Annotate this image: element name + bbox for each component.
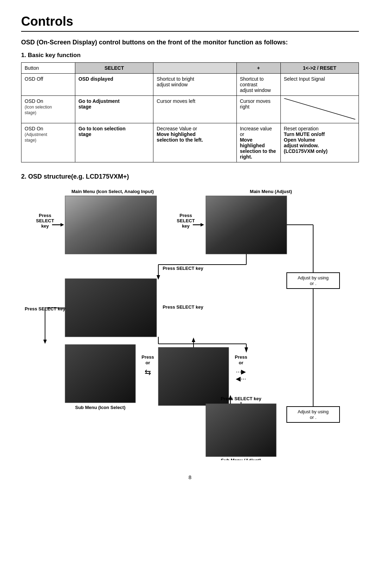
table-row: OSD On(Adjustmentstage) Go to Icon selec… xyxy=(21,123,359,162)
section1-title: 1. Basic key function xyxy=(21,52,359,59)
svg-text:SELECT: SELECT xyxy=(36,218,54,223)
table-row: OSD Off OSD displayed Shortcut to bright… xyxy=(21,74,359,96)
svg-text:key: key xyxy=(41,223,49,229)
table-header-col4: + xyxy=(236,63,280,74)
svg-text:Adjust by using: Adjust by using xyxy=(298,275,329,280)
svg-text:Sub Menu (Icon Select): Sub Menu (Icon Select) xyxy=(75,405,125,410)
svg-text:or .: or . xyxy=(310,281,317,286)
row3-col5: Reset operationTurn MUTE on/offOpen Volu… xyxy=(280,123,359,162)
svg-rect-45 xyxy=(206,404,276,457)
row1-col4: Shortcut to contrastadjust window xyxy=(236,74,280,96)
svg-rect-40 xyxy=(287,273,340,289)
svg-text:Press: Press xyxy=(39,213,51,218)
svg-marker-13 xyxy=(201,223,204,227)
svg-rect-14 xyxy=(206,196,287,254)
row2-col3: Cursor moves left xyxy=(153,96,236,123)
svg-text:Sub Menu (Adjust): Sub Menu (Adjust) xyxy=(221,458,261,460)
svg-rect-30 xyxy=(65,345,135,403)
svg-text:Press SELECT key: Press SELECT key xyxy=(25,306,65,311)
osd-diagram: Main Menu (Icon Select, Analog Input) Ma… xyxy=(21,185,359,460)
row2-col4: Cursor moves right xyxy=(236,96,280,123)
page-title: Controls xyxy=(21,14,359,32)
svg-rect-35 xyxy=(158,347,229,406)
svg-text:◀···: ◀··· xyxy=(236,375,246,382)
row2-label: OSD On(Icon selectionstage) xyxy=(21,96,75,123)
svg-marker-52 xyxy=(229,395,232,400)
row3-col2: Go to Icon selectionstage xyxy=(75,123,153,162)
svg-text:Press: Press xyxy=(141,354,154,360)
row1-col3: Shortcut to brightadjust window xyxy=(153,74,236,96)
svg-text:Main Menu (Icon Select, Analog: Main Menu (Icon Select, Analog Input) xyxy=(71,189,154,194)
svg-marker-29 xyxy=(43,340,47,344)
row3-col4: Increase value orMove highlighedselectio… xyxy=(236,123,280,162)
svg-text:or .: or . xyxy=(310,415,317,420)
svg-text:Press: Press xyxy=(179,213,192,218)
svg-rect-25 xyxy=(65,279,157,337)
row3-label: OSD On(Adjustmentstage) xyxy=(21,123,75,162)
page-number: 8 xyxy=(21,474,359,480)
svg-text:SELECT: SELECT xyxy=(177,218,195,223)
row1-label: OSD Off xyxy=(21,74,75,96)
svg-text:⇆: ⇆ xyxy=(145,368,151,377)
svg-text:Adjust by using: Adjust by using xyxy=(298,409,329,414)
svg-marker-24 xyxy=(245,347,248,353)
svg-rect-8 xyxy=(65,196,157,254)
table-header-col2: SELECT xyxy=(75,63,153,74)
svg-text:key: key xyxy=(182,223,190,229)
svg-line-0 xyxy=(284,98,356,119)
svg-text:Press: Press xyxy=(235,354,247,360)
svg-marker-7 xyxy=(61,223,64,227)
svg-text:Press SELECT key: Press SELECT key xyxy=(163,266,203,271)
svg-text:···▶: ···▶ xyxy=(236,368,246,375)
table-header-col5: 1<->2 / RESET xyxy=(280,63,359,74)
section2-title: 2. OSD structure(e.g. LCD175VXM+) xyxy=(21,173,359,180)
table-header-col1: Button xyxy=(21,63,75,74)
table-row: OSD On(Icon selectionstage) Go to Adjust… xyxy=(21,96,359,123)
row2-col5 xyxy=(280,96,359,123)
svg-marker-48 xyxy=(192,338,195,342)
table-header-col3 xyxy=(153,63,236,74)
row3-col3: Decrease Value orMove highlighedselectio… xyxy=(153,123,236,162)
svg-marker-19 xyxy=(157,275,160,280)
row2-col2: Go to Adjustmentstage xyxy=(75,96,153,123)
key-function-table: Button SELECT + 1<->2 / RESET OSD Off OS… xyxy=(21,62,359,162)
row1-col5: Select Input Signal xyxy=(280,74,359,96)
svg-text:or: or xyxy=(239,360,243,365)
svg-text:Main Menu (Adjust): Main Menu (Adjust) xyxy=(250,189,292,194)
row1-col2: OSD displayed xyxy=(75,74,153,96)
svg-rect-53 xyxy=(287,407,340,422)
intro-text: OSD (On-Screen Display) control buttons … xyxy=(21,38,359,47)
svg-text:or: or xyxy=(146,360,150,365)
svg-text:Press SELECT key: Press SELECT key xyxy=(163,304,203,310)
svg-text:Press SELECT key: Press SELECT key xyxy=(221,396,261,401)
